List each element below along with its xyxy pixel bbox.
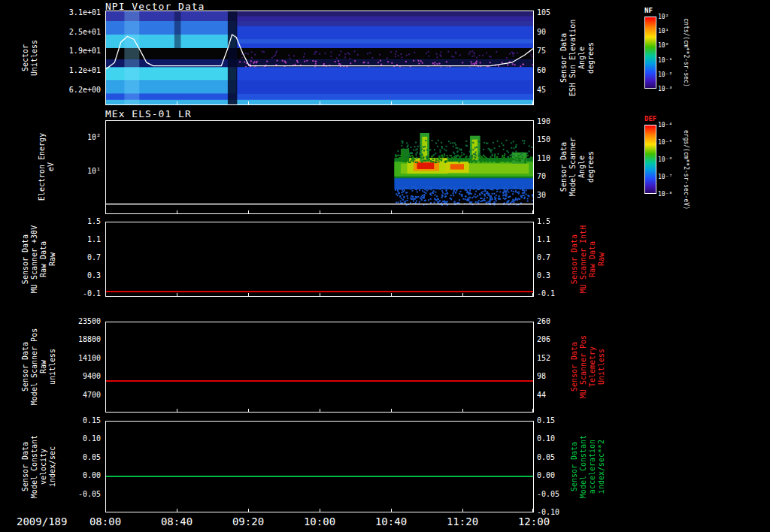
panel4-scanner-pos-plot (105, 322, 534, 413)
x-tick-mark (532, 509, 533, 512)
panel3-left-tick: 1.1 (0, 235, 101, 243)
colorbar-def-tick: 10⁻⁴ (658, 122, 672, 128)
x-tick-mark (105, 509, 106, 512)
panel4-left-tick: 9400 (0, 372, 101, 380)
x-tick-mark (248, 101, 249, 104)
panel4-right-tick: 206 (537, 335, 550, 343)
panel4-right-tick: 98 (537, 372, 546, 380)
x-tick-mark (462, 101, 463, 104)
panel4-left-tick: 18800 (0, 335, 101, 343)
x-axis-tick-label: 11:20 (447, 515, 478, 527)
panel3-mu-scanner-plot (105, 222, 534, 297)
panel1-left-tick: 3.1e+01 (0, 8, 101, 17)
panel5-left-tick: 0.05 (0, 453, 101, 461)
x-tick-mark (462, 509, 463, 512)
x-axis-tick-label: 08:00 (89, 515, 121, 527)
panel5-right-tick: 0.15 (537, 416, 555, 425)
axis-label-line: Sensor Data (559, 20, 568, 96)
panel1-right-tick: 90 (537, 28, 546, 36)
def-colorbar-units: ergs/(cm**2-sr-sec-eV) (683, 130, 690, 210)
x-tick-mark (105, 293, 106, 296)
axis-label-line: Raw (597, 225, 606, 293)
axis-label-line: Sensor Data (570, 435, 579, 498)
colorbar-nf-tick: 10⁻² (658, 71, 672, 78)
x-tick-mark (391, 409, 392, 412)
x-tick-mark (462, 409, 463, 412)
axis-label-line: acceleration (588, 435, 597, 498)
colorbar-nf-tick: 10⁰ (658, 42, 668, 49)
panel1-right-axis-label: Sensor Data ESH Sun Elevation Angle degr… (559, 20, 596, 96)
axis-label-line: MU Scanner IntH (579, 225, 588, 293)
panel2-right-tick: 110 (537, 154, 550, 162)
panel3-left-tick: -0.1 (0, 289, 101, 298)
colorbar-nf-title: NF (644, 7, 653, 14)
panel1-left-tick: 2.5e+01 (0, 28, 101, 36)
panel5-velocity-plot (105, 421, 534, 512)
panel1-right-tick: 105 (537, 8, 550, 17)
x-axis-tick-label: 12:00 (518, 515, 550, 527)
colorbar-nf-tick: 10⁻¹ (658, 57, 672, 64)
colorbar-def-tick: 10⁻⁵ (658, 139, 672, 146)
x-tick-mark (248, 293, 249, 296)
x-tick-mark (391, 293, 392, 296)
x-tick-mark (320, 210, 320, 213)
panel4-left-tick: 23500 (0, 317, 101, 325)
panel1-right-tick: 60 (537, 66, 546, 74)
panel4-left-tick: 4700 (0, 391, 101, 399)
axis-label-line: degrees (587, 138, 596, 196)
axis-label-line: Sensor Data (21, 435, 30, 498)
axis-label-line: index/sec (48, 435, 57, 498)
panel5-left-axis-label: Sensor Data Model Constant velocity inde… (21, 435, 57, 498)
panel3-right-tick: 1.1 (537, 235, 550, 243)
axis-label-line: Model Constant (30, 435, 39, 498)
x-tick-mark (248, 409, 249, 412)
x-tick-mark (462, 210, 463, 213)
colorbar-def-tick: 10⁻⁸ (658, 191, 672, 198)
axis-label-line: ESH Sun Elevation (568, 20, 578, 96)
panel1-left-tick: 1.2e+01 (0, 66, 101, 74)
panel3-right-axis-label: Sensor Data MU Scanner IntH Raw Data Raw (570, 225, 606, 293)
panel1-right-tick: 75 (537, 47, 546, 55)
panel4-right-tick: 152 (537, 354, 550, 362)
axis-label-line: Model Constant (579, 435, 588, 498)
date-label: 2009/189 (17, 515, 67, 527)
panel3-left-tick: 0.3 (0, 271, 101, 280)
panel2-left-tick: 10² (0, 133, 101, 141)
plot-page: NPI Vector Data MEx ELS-01 LR Sector Uni… (0, 0, 770, 532)
panel5-left-tick: 0.00 (0, 471, 101, 479)
axis-label-line: Model Scanner (568, 138, 578, 196)
x-tick-mark (320, 293, 320, 296)
colorbar-nf-tick: 10¹ (658, 28, 668, 35)
colorbar-def-title: DEF (644, 115, 656, 122)
axis-label-line: Sensor Data (570, 225, 579, 293)
x-tick-mark (177, 409, 177, 412)
panel1-right-tick: 45 (537, 86, 546, 94)
panel3-right-tick: 0.3 (537, 271, 550, 280)
panel4-data-line (106, 380, 533, 382)
panel1-left-tick: 1.9e+01 (0, 47, 101, 55)
panel5-right-tick: 0.00 (537, 471, 555, 479)
x-tick-mark (105, 210, 106, 213)
def-colorbar (644, 125, 656, 194)
panel3-data-line (106, 291, 533, 292)
axis-label-line: Telemetry (588, 335, 597, 398)
x-tick-mark (532, 101, 533, 104)
colorbar-nf-tick: 10⁻³ (658, 86, 672, 92)
x-tick-mark (320, 409, 320, 412)
x-tick-mark (391, 210, 392, 213)
nf-colorbar (644, 17, 656, 89)
colorbar-def-tick: 10⁻⁶ (658, 156, 672, 163)
x-tick-mark (532, 293, 533, 296)
axis-label-line: Angle (578, 20, 587, 96)
npi-spectrogram-canvas (106, 11, 533, 104)
axis-label-line: Unitless (597, 335, 606, 398)
panel2-right-tick: 30 (537, 191, 546, 199)
axis-label-line: index/sec**2 (597, 435, 606, 498)
panel3-left-tick: 0.7 (0, 253, 101, 261)
nf-colorbar-units: cnts/(cm**2-sr-sec) (683, 18, 690, 87)
x-tick-mark (320, 509, 320, 512)
panel2-title: MEx ELS-01 LR (105, 108, 192, 119)
panel3-right-tick: 0.7 (537, 253, 550, 261)
panel3-right-tick: -0.1 (537, 289, 555, 298)
x-tick-mark (532, 409, 533, 412)
